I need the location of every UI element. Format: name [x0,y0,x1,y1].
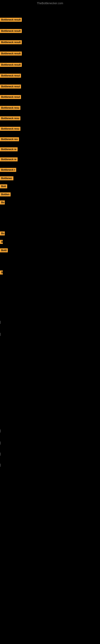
bottleneck-badge-7: Bottleneck resul [0,95,21,99]
bottleneck-badge-13: Bottleneck re [0,158,18,162]
bottleneck-badge-8: Bottleneck resu [0,106,20,110]
bottleneck-badge-12: Bottleneck re [0,147,18,151]
bottleneck-badge-4: Bottleneck result [0,63,22,67]
bottleneck-badge-10: Bottleneck resu [0,127,20,131]
bottleneck-badge-0: Bottleneck result [0,18,22,22]
bottleneck-badge-16: Bott [0,184,7,188]
bottleneck-badge-3: Bottleneck result [0,52,22,56]
pipe-mark-1: | [0,332,1,336]
bottleneck-badge-20: B [0,240,3,244]
bottleneck-badge-6: Bottleneck resul [0,84,21,88]
bottleneck-badge-5: Bottleneck resul [0,74,21,78]
bottleneck-badge-11: Bottleneck res [0,137,19,141]
bottleneck-badge-17: Bottlen [0,192,11,196]
pipe-mark-2: | [0,429,1,433]
bottleneck-badge-22: B [0,270,3,274]
bottleneck-badge-18: Bo [0,200,5,204]
bottleneck-badge-1: Bottleneck result [0,29,22,33]
bottleneck-badge-15: Bottlenec [0,176,13,180]
pipe-mark-4: | [0,452,1,456]
pipe-mark-3: | [0,441,1,445]
bottleneck-badge-21: Bottl [0,248,8,252]
bottleneck-badge-9: Bottleneck resu [0,116,20,120]
bottleneck-badge-14: Bottleneck r [0,168,16,172]
bottleneck-badge-2: Bottleneck result [0,40,22,44]
site-title: TheBottlenecker.com [0,0,100,6]
pipe-mark-5: | [0,463,1,467]
bottleneck-badge-19: Bo [0,232,5,236]
pipe-mark-0: | [0,320,1,324]
